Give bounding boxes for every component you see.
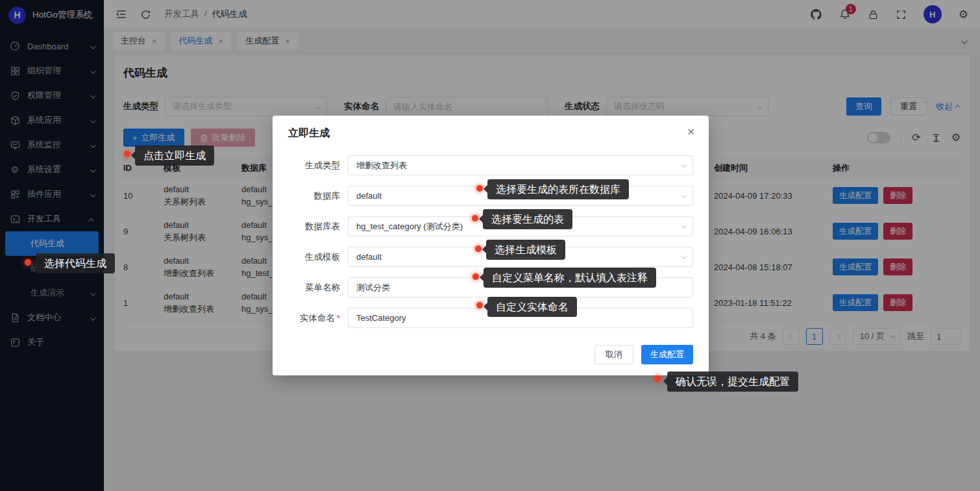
required-mark: *	[337, 313, 340, 323]
db-table-label: 数据库表	[288, 221, 340, 233]
gen-type-value: 增删改查列表	[356, 160, 407, 171]
chevron-down-icon	[681, 223, 686, 228]
guide-dot	[25, 259, 31, 266]
close-icon[interactable]: ×	[687, 125, 694, 139]
submit-config-button[interactable]: 生成配置	[641, 345, 693, 364]
chevron-down-icon	[681, 253, 686, 258]
guide-tooltip: 点击立即生成	[135, 145, 214, 166]
guide-tooltip: 选择代码生成	[36, 253, 115, 273]
modal-title: 立即生成	[288, 127, 693, 140]
guide-dot	[476, 185, 483, 192]
chevron-down-icon	[681, 162, 686, 167]
guide-dot	[475, 245, 482, 252]
db-table-value: hg_test_category (测试分类)	[356, 221, 463, 233]
chevron-down-icon	[681, 192, 686, 197]
modal-footer: 取消 生成配置	[594, 345, 693, 364]
guide-tooltip: 确认无误，提交生成配置	[667, 371, 798, 392]
entity-name-label: 实体命名*	[288, 312, 340, 324]
guide-dot	[654, 375, 661, 382]
guide-tooltip: 自定义菜单名称，默认填入表注释	[484, 268, 656, 288]
guide-tooltip: 选择生成模板	[486, 240, 565, 260]
db-label: 数据库	[288, 190, 340, 202]
db-value: default	[356, 191, 382, 201]
gen-type-label: 生成类型	[288, 160, 340, 171]
template-value: default	[356, 252, 382, 262]
gen-type-select[interactable]: 增删改查列表	[348, 155, 693, 175]
template-label: 生成模板	[288, 251, 340, 263]
cancel-button[interactable]: 取消	[594, 345, 633, 364]
menu-name-label: 菜单名称	[288, 282, 340, 294]
guide-dot	[472, 215, 478, 221]
guide-dot	[472, 273, 479, 280]
guide-tooltip: 选择要生成的表	[483, 209, 572, 229]
guide-dot	[476, 302, 483, 308]
guide-tooltip: 自定义实体命名	[487, 297, 577, 317]
guide-dot	[124, 151, 130, 157]
guide-tooltip: 选择要生成的表所在数据库	[487, 179, 629, 199]
